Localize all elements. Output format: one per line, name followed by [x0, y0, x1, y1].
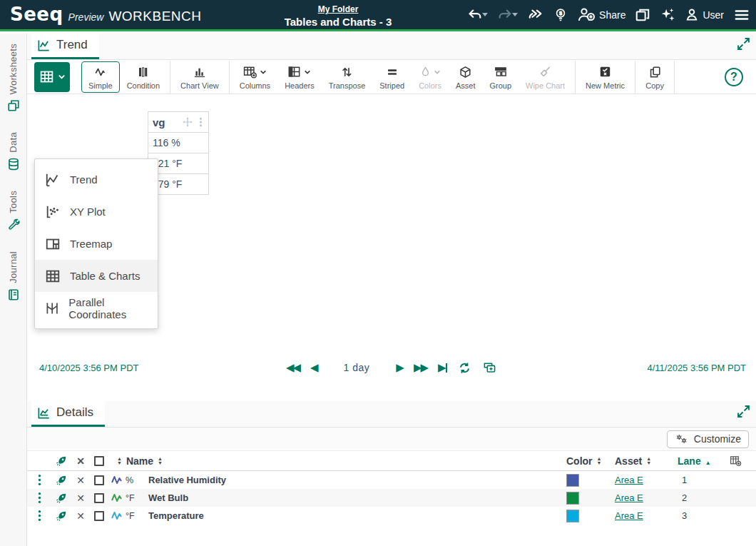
asset-link[interactable]: Area E — [615, 475, 643, 485]
select-all-checkbox[interactable] — [90, 456, 108, 466]
sort-icon[interactable] — [158, 457, 163, 465]
sort-icon[interactable] — [117, 457, 122, 465]
item-name[interactable]: Wet Bulb — [144, 492, 566, 503]
color-swatch[interactable] — [566, 474, 579, 487]
preview-label: Preview — [68, 11, 104, 23]
row-checkbox[interactable] — [90, 511, 108, 521]
auto-update-icon[interactable] — [458, 361, 471, 375]
menu-item-parallel-coordinates-label: Parallel Coordinates — [68, 296, 158, 320]
sort-icon[interactable] — [597, 457, 602, 465]
capture-range-icon[interactable] — [482, 361, 497, 375]
row-menu-button[interactable] — [27, 474, 51, 486]
step-forward-full-button[interactable]: ▶▶ — [414, 361, 427, 374]
ai-assistant-button[interactable] — [660, 7, 675, 23]
display-range-start[interactable]: 4/10/2025 3:56 PM PDT — [39, 363, 138, 373]
sort-ascending-icon — [705, 455, 711, 467]
columns-icon — [242, 65, 257, 79]
investigate-all-button[interactable] — [51, 455, 71, 467]
summary-table-cell[interactable]: 116 % — [148, 133, 209, 153]
undo-button[interactable] — [467, 7, 488, 23]
column-menu-icon[interactable] — [196, 116, 205, 128]
toolbar-condition-button[interactable]: Condition — [120, 61, 167, 93]
color-swatch[interactable] — [566, 510, 579, 522]
menu-item-parallel-coordinates[interactable]: Parallel Coordinates — [35, 292, 158, 324]
toolbar-group-button[interactable]: Group — [482, 61, 519, 93]
toolbar-striped-button[interactable]: Striped — [372, 61, 412, 93]
summary-table-header-cell[interactable]: vg — [148, 111, 209, 133]
investigate-button[interactable] — [51, 510, 71, 522]
step-back-half-button[interactable]: ◀ — [310, 361, 317, 374]
toolbar-separator — [229, 61, 230, 93]
customize-button[interactable]: Customize — [667, 430, 749, 448]
value-capture-button[interactable]: $ — [553, 6, 568, 24]
toolbar-new-metric-button[interactable]: New Metric — [578, 61, 632, 93]
redo-button[interactable] — [497, 7, 518, 23]
fast-follow-button[interactable] — [527, 7, 544, 23]
duration-label[interactable]: 1 day — [344, 362, 370, 373]
share-button[interactable]: Share — [577, 7, 625, 23]
sidebar-item-tools[interactable]: Tools — [7, 191, 20, 231]
remove-button[interactable] — [71, 510, 90, 522]
remove-button[interactable] — [71, 492, 90, 504]
tab-details[interactable]: Details — [31, 400, 105, 427]
toolbar-chart-view-button[interactable]: Chart View — [173, 61, 226, 93]
view-selector-button[interactable] — [34, 62, 70, 92]
remove-all-button[interactable] — [71, 455, 90, 467]
toolbar-wipe-chart-button[interactable]: Wipe Chart — [519, 61, 572, 93]
item-name[interactable]: Temperature — [144, 510, 566, 521]
menu-item-table-charts[interactable]: Table & Charts — [35, 260, 158, 292]
menu-item-trend-label: Trend — [70, 173, 98, 186]
toolbar-columns-button[interactable]: Columns — [233, 61, 277, 93]
trend-expand-button[interactable] — [737, 37, 750, 51]
trend-tab-label: Trend — [56, 38, 88, 52]
asset-link[interactable]: Area E — [615, 510, 643, 521]
menu-item-treemap[interactable]: Treemap — [35, 228, 158, 260]
asset-link[interactable]: Area E — [615, 492, 643, 503]
column-header-color[interactable]: Color — [566, 455, 615, 467]
row-menu-button[interactable] — [27, 492, 51, 504]
undo-caret-icon[interactable] — [482, 13, 488, 16]
toolbar-simple-button[interactable]: Simple — [81, 61, 120, 93]
menu-item-xy-plot[interactable]: XY Plot — [35, 196, 158, 228]
menu-item-trend[interactable]: Trend — [35, 163, 158, 196]
column-header-asset[interactable]: Asset — [615, 455, 678, 467]
sidebar-item-worksheets[interactable]: Worksheets — [7, 44, 20, 112]
display-range-end[interactable]: 4/11/2025 3:56 PM PDT — [647, 363, 746, 373]
sort-icon[interactable] — [646, 457, 651, 465]
lightbulb-dollar-icon: $ — [553, 6, 568, 24]
details-expand-button[interactable] — [737, 405, 750, 418]
seeq-logo[interactable]: Seeq Preview WORKBENCH — [0, 5, 202, 24]
step-forward-half-button[interactable]: ▶ — [396, 361, 403, 374]
redo-caret-icon[interactable] — [512, 13, 518, 16]
row-menu-button[interactable] — [27, 510, 51, 522]
toolbar-separator — [674, 61, 675, 93]
row-checkbox[interactable] — [90, 493, 108, 503]
rocket-icon — [56, 492, 68, 504]
color-swatch[interactable] — [566, 492, 579, 505]
toolbar-transpose-button[interactable]: Transpose — [322, 61, 373, 93]
tab-trend[interactable]: Trend — [31, 33, 99, 59]
investigate-button[interactable] — [51, 492, 71, 504]
toolbar-copy-button[interactable]: Copy — [638, 61, 671, 93]
step-back-full-button[interactable]: ◀◀ — [286, 361, 300, 374]
toolbar-headers-button[interactable]: Headers — [277, 61, 322, 93]
toolbar-asset-button[interactable]: Asset — [449, 61, 483, 93]
toolbar-colors-button[interactable]: Colors — [412, 61, 449, 93]
investigate-button[interactable] — [51, 474, 71, 486]
main-menu-button[interactable] — [733, 7, 750, 23]
step-to-end-button[interactable]: ▶ — [438, 361, 447, 374]
remove-button[interactable] — [71, 475, 90, 486]
move-icon[interactable] — [182, 116, 193, 128]
worksheets-overview-button[interactable] — [635, 7, 650, 23]
item-name[interactable]: Relative Humidity — [144, 475, 566, 485]
add-column-button[interactable] — [717, 455, 756, 467]
sidebar-item-data[interactable]: Data — [7, 132, 20, 171]
help-button[interactable]: ? — [725, 68, 743, 86]
column-header-name[interactable]: Name — [126, 455, 153, 467]
breadcrumb-folder-link[interactable]: My Folder — [318, 4, 359, 14]
user-menu-button[interactable]: User — [685, 7, 724, 23]
column-header-lane[interactable]: Lane — [678, 455, 717, 467]
sidebar-item-journal[interactable]: Journal — [7, 251, 20, 301]
remove-icon — [76, 510, 85, 522]
row-checkbox[interactable] — [90, 475, 108, 485]
